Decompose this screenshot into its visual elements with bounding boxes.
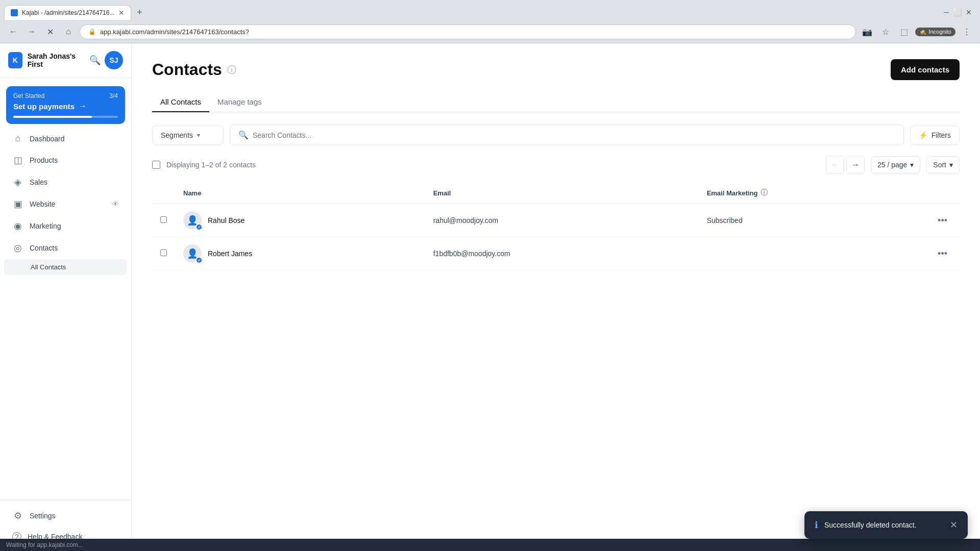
back-button[interactable]: ← <box>6 24 20 39</box>
sub-nav-label: All Contacts <box>31 263 66 271</box>
tabs-row: All Contacts Manage tags <box>152 92 960 112</box>
row-checkbox[interactable] <box>160 249 167 256</box>
home-button[interactable]: ⌂ <box>61 24 76 39</box>
header-search-button[interactable]: 🔍 <box>89 51 101 69</box>
contact-email: f1bdfb0b@moodjoy.com <box>433 249 510 258</box>
toast-notification: ℹ Successfully deleted contact. ✕ <box>804 511 968 539</box>
per-page-chevron-icon: ▾ <box>910 161 914 169</box>
minimize-button[interactable]: ─ <box>944 8 949 16</box>
row-checkbox[interactable] <box>160 216 167 223</box>
sidebar-item-label: Settings <box>30 512 119 520</box>
avatar: 👤 ✓ <box>183 244 202 263</box>
sidebar-logo: K <box>8 52 22 68</box>
sales-icon: ◈ <box>12 177 23 188</box>
address-bar: ← → ✕ ⌂ 🔒 app.kajabi.com/admin/sites/214… <box>0 20 980 43</box>
segments-dropdown[interactable]: Segments ▾ <box>152 126 224 145</box>
sidebar-item-sales[interactable]: ◈ Sales <box>4 171 127 193</box>
tab-title: Kajabi - /admin/sites/214764716... <box>22 9 114 16</box>
active-tab[interactable]: Kajabi - /admin/sites/214764716... ✕ <box>4 5 131 20</box>
sidebar-item-label: Products <box>30 156 119 164</box>
get-started-card[interactable]: Get Started 3/4 Set up payments → <box>6 86 125 124</box>
col-name: Name <box>175 182 425 204</box>
per-page-dropdown[interactable]: 25 / page ▾ <box>871 156 920 173</box>
table-row: 👤 ✓ Robert James f1bdfb0b@moodjoy.com ••… <box>152 237 960 270</box>
page-header: Contacts ⓘ Add contacts <box>152 59 960 80</box>
close-window-button[interactable]: ✕ <box>966 8 972 16</box>
sidebar-item-all-contacts[interactable]: All Contacts <box>4 259 127 275</box>
sidebar-item-label: Dashboard <box>30 135 119 143</box>
help-tooltip-icon[interactable]: ⓘ <box>227 64 236 76</box>
email-marketing-help-icon[interactable]: ⓘ <box>761 188 768 197</box>
browser-chrome: Kajabi - /admin/sites/214764716... ✕ + ─… <box>0 0 980 43</box>
sidebar-item-label: Sales <box>30 178 119 186</box>
forward-button[interactable]: → <box>24 24 39 39</box>
tab-all-contacts[interactable]: All Contacts <box>152 92 209 112</box>
contact-name-cell: 👤 ✓ Rahul Bose <box>183 211 417 230</box>
sidebar-item-settings[interactable]: ⚙ Settings <box>4 505 127 527</box>
ssl-lock-icon: 🔒 <box>88 28 96 35</box>
progress-bar-background <box>13 116 118 118</box>
toast-message: Successfully deleted contact. <box>824 521 944 529</box>
verified-badge: ✓ <box>195 257 203 264</box>
contact-name-cell: 👤 ✓ Robert James <box>183 244 417 263</box>
prev-page-button[interactable]: ← <box>826 156 844 174</box>
sidebar-item-website[interactable]: ▣ Website 👁 <box>4 193 127 215</box>
get-started-label: Get Started <box>13 92 44 99</box>
select-all-checkbox[interactable] <box>152 161 160 169</box>
filter-icon: ⚡ <box>919 131 927 139</box>
sidebar-item-dashboard[interactable]: ⌂ Dashboard <box>4 128 127 149</box>
sidebar-item-marketing[interactable]: ◉ Marketing <box>4 215 127 237</box>
sidebar-item-contacts[interactable]: ◎ Contacts <box>4 237 127 259</box>
page-title: Contacts <box>152 60 222 79</box>
media-button[interactable]: 📷 <box>860 24 874 39</box>
contacts-table-body: 👤 ✓ Rahul Bose rahul@moodjoy.com Subscri… <box>152 204 960 270</box>
contact-email-marketing-status: Subscribed <box>707 216 743 224</box>
col-email: Email <box>425 182 699 204</box>
sidebar-item-label: Website <box>30 200 106 208</box>
sidebar: K Sarah Jonas's First 🔍 SJ Get Started 3… <box>0 43 132 551</box>
status-bar: Waiting for app.kajabi.com... <box>0 539 980 551</box>
sidebar-item-products[interactable]: ◫ Products <box>4 149 127 171</box>
dashboard-icon: ⌂ <box>12 133 23 144</box>
contact-email: rahul@moodjoy.com <box>433 216 499 224</box>
row-actions-button[interactable]: ••• <box>934 246 951 261</box>
sort-chevron-icon: ▾ <box>949 161 953 169</box>
verified-badge: ✓ <box>195 223 203 231</box>
filters-button[interactable]: ⚡ Filters <box>910 126 960 145</box>
user-avatar-button[interactable]: SJ <box>105 51 123 69</box>
new-tab-button[interactable]: + <box>133 6 145 18</box>
contact-name[interactable]: Robert James <box>208 249 252 258</box>
profile-button[interactable]: ⬚ <box>897 24 911 39</box>
table-controls: Displaying 1–2 of 2 contacts ← → 25 / pa… <box>152 156 960 174</box>
sidebar-header: K Sarah Jonas's First 🔍 SJ <box>0 43 131 78</box>
add-contacts-button[interactable]: Add contacts <box>891 59 960 80</box>
tab-manage-tags[interactable]: Manage tags <box>209 92 270 112</box>
get-started-arrow-icon: → <box>79 102 87 111</box>
reload-button[interactable]: ✕ <box>43 24 57 39</box>
menu-button[interactable]: ⋮ <box>960 24 974 39</box>
main-nav: ⌂ Dashboard ◫ Products ◈ Sales ▣ Website… <box>0 128 131 275</box>
app-wrapper: K Sarah Jonas's First 🔍 SJ Get Started 3… <box>0 43 980 551</box>
restore-button[interactable]: ⬜ <box>953 8 962 16</box>
toast-info-icon: ℹ <box>815 519 818 531</box>
segments-label: Segments <box>161 131 193 139</box>
bookmark-button[interactable]: ☆ <box>878 24 893 39</box>
eye-icon: 👁 <box>112 200 119 208</box>
progress-bar-fill <box>13 116 92 118</box>
url-text: app.kajabi.com/admin/sites/2147647163/co… <box>100 28 249 36</box>
sort-dropdown[interactable]: Sort ▾ <box>926 156 960 173</box>
contact-name[interactable]: Rahul Bose <box>208 216 244 224</box>
contacts-table: Name Email Email Marketing ⓘ <box>152 182 960 270</box>
url-bar[interactable]: 🔒 app.kajabi.com/admin/sites/2147647163/… <box>80 24 856 39</box>
row-actions-button[interactable]: ••• <box>934 213 951 228</box>
browser-actions: 📷 ☆ ⬚ 🕵 Incognito ⋮ <box>860 24 974 39</box>
search-box: 🔍 <box>230 124 904 145</box>
next-page-button[interactable]: → <box>846 156 865 174</box>
tab-favicon <box>11 9 18 16</box>
table-row: 👤 ✓ Rahul Bose rahul@moodjoy.com Subscri… <box>152 204 960 237</box>
incognito-badge: 🕵 Incognito <box>915 28 955 36</box>
tab-close-button[interactable]: ✕ <box>118 9 125 17</box>
sort-label: Sort <box>933 161 946 169</box>
toast-close-button[interactable]: ✕ <box>950 519 958 531</box>
search-contacts-input[interactable] <box>253 131 895 139</box>
